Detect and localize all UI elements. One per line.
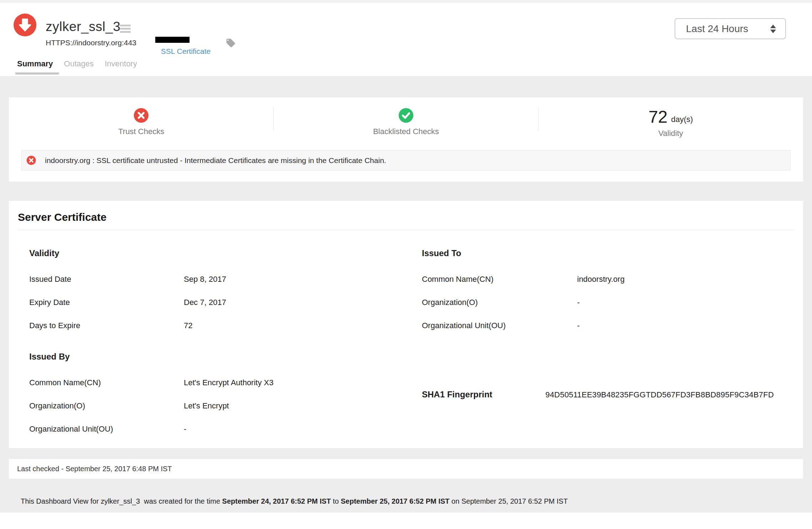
validity-days-unit: day(s)	[671, 114, 693, 125]
top-divider	[0, 0, 812, 3]
tab-bar: Summary Outages Inventory	[17, 59, 137, 68]
cert-row-issuer-cn: Common Name(CN) Let's Encrypt Authority …	[29, 378, 101, 387]
tab-outages[interactable]: Outages	[64, 59, 94, 68]
issued-to-section-title: Issued To	[422, 248, 461, 258]
monitor-url: HTTPS://indoorstry.org:443	[46, 39, 136, 47]
cert-row-issued-date: Issued Date Sep 8, 2017	[29, 275, 71, 284]
trust-checks-label: Trust Checks	[118, 127, 164, 136]
validity-label: Validity	[659, 129, 683, 138]
select-arrows-icon	[770, 25, 776, 33]
cert-row-expiry-date: Expiry Date Dec 7, 2017	[29, 298, 70, 307]
view-start-time: September 24, 2017 6:52 PM IST	[222, 497, 331, 505]
status-overview-card: Trust Checks Blacklisted Checks 72 day(s…	[9, 97, 803, 182]
status-columns: Trust Checks Blacklisted Checks 72 day(s…	[9, 97, 803, 138]
hamburger-menu-icon[interactable]	[120, 25, 131, 34]
sha1-value: 94D50511EE39B48235FGGTDD567FD3FB8BD895F9…	[545, 390, 774, 400]
divider	[18, 230, 794, 230]
x-circle-icon	[26, 156, 36, 165]
column-divider	[273, 107, 274, 131]
cert-row-issuer-ou: Organizational Unit(OU) -	[29, 424, 113, 434]
ssl-monitor-dashboard: zylker_ssl_3 HTTPS://indoorstry.org:443 …	[0, 0, 812, 529]
column-divider	[538, 107, 539, 131]
validity-section-title: Validity	[29, 248, 59, 258]
sha1-label: SHA1 Fingerprint	[422, 390, 492, 399]
tag-icon[interactable]	[226, 38, 236, 48]
server-certificate-card: Server Certificate Validity Issued Date …	[9, 201, 803, 448]
validity-block: 72 day(s) Validity	[538, 97, 803, 138]
cert-row-issuer-o: Organization(O) Let's Encrypt	[29, 401, 85, 411]
monitor-down-status-icon	[14, 14, 36, 36]
blacklisted-checks-label: Blacklisted Checks	[373, 127, 439, 136]
monitor-name: zylker_ssl_3	[46, 19, 121, 34]
active-tab-indicator	[15, 72, 59, 75]
x-circle-icon	[133, 108, 149, 123]
sha1-fingerprint-row: SHA1 Fingerprint 94D50511EE39B48235FGGTD…	[422, 390, 492, 400]
monitor-header: zylker_ssl_3 HTTPS://indoorstry.org:443 …	[0, 3, 812, 76]
tab-summary[interactable]: Summary	[17, 59, 53, 68]
validity-days: 72 day(s)	[649, 108, 693, 125]
cert-row-subject-cn: Common Name(CN) indoorstry.org	[422, 275, 493, 284]
trust-checks-block: Trust Checks	[9, 97, 274, 138]
blacklisted-checks-block: Blacklisted Checks	[274, 97, 539, 138]
last-checked-text: Last checked - September 25, 2017 6:48 P…	[17, 465, 172, 473]
main-content: Trust Checks Blacklisted Checks 72 day(s…	[0, 76, 812, 513]
time-range-value: Last 24 Hours	[686, 23, 770, 35]
issued-by-section-title: Issued By	[29, 352, 70, 362]
view-end-time: September 25, 2017 6:52 PM IST	[341, 497, 450, 505]
time-range-select[interactable]: Last 24 Hours	[675, 18, 786, 39]
monitor-type-link[interactable]: SSL Certificate	[144, 39, 211, 73]
validity-days-value: 72	[649, 109, 667, 125]
tab-inventory[interactable]: Inventory	[105, 59, 137, 68]
cert-row-days-to-expire: Days to Expire 72	[29, 321, 80, 330]
cert-row-subject-ou: Organizational Unit(OU) -	[422, 321, 506, 330]
ssl-untrusted-alert: indoorstry.org : SSL certificate untrust…	[21, 150, 791, 171]
dashboard-view-note: This Dashboard View for zylker_ssl_3 was…	[21, 497, 568, 505]
server-certificate-title: Server Certificate	[18, 211, 106, 223]
last-checked-bar: Last checked - September 25, 2017 6:48 P…	[9, 459, 803, 479]
alert-message: indoorstry.org : SSL certificate untrust…	[45, 156, 386, 165]
check-circle-icon	[398, 108, 414, 123]
redaction-box	[155, 37, 190, 43]
cert-row-subject-o: Organization(O) -	[422, 298, 478, 307]
